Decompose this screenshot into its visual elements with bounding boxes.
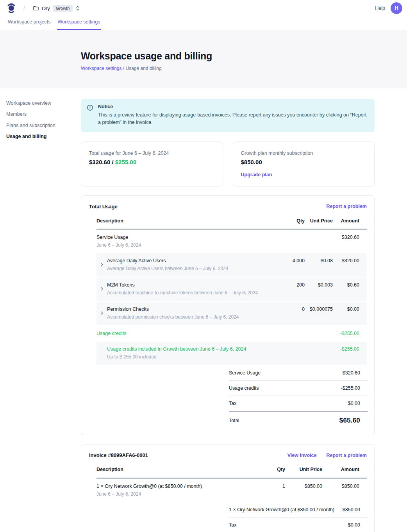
row-title: M2M Tokens — [107, 282, 258, 288]
notice-banner: Notice This is a preview feature for dis… — [81, 99, 375, 132]
summary-value: -$255.00 — [341, 385, 360, 391]
page-title: Workspace usage and billing — [81, 50, 407, 62]
summary-label: Service Usage — [229, 370, 261, 376]
total-label: Total — [229, 418, 239, 423]
row-description: Usage credits included in Growth between… — [96, 346, 277, 360]
invoice-title: Invoice #8099AFA6-0001 — [89, 452, 148, 458]
hero-section: Workspace usage and billing Workspace se… — [0, 30, 407, 88]
summary-value: $850.00 — [343, 507, 360, 512]
table-row[interactable]: Permission ChecksAccumulated permission … — [96, 302, 367, 326]
summary-value: $0.00 — [348, 522, 360, 528]
top-bar: / Ory Growth Help H — [0, 0, 407, 16]
summary-row: Usage credits-$255.00 — [229, 381, 368, 396]
usage-credit-amount: $255.00 — [115, 159, 136, 165]
table-row: 1 × Ory Network Growth@0 (at $850.00 / m… — [96, 478, 367, 502]
row-subtitle: Accumulated machine-to-machine tokens be… — [107, 290, 258, 296]
row-title: 1 × Ory Network Growth@0 (at $850.00 / m… — [96, 483, 202, 489]
total-usage-value: $320.60 / $255.00 — [89, 159, 215, 165]
table-row: Usage credits included in Growth between… — [96, 342, 367, 366]
row-description: 1 × Ory Network Growth@0 (at $850.00 / m… — [96, 483, 250, 498]
row-amount: -$255.00 — [333, 330, 359, 337]
summary-row: Tax$0.00 — [229, 396, 368, 411]
column-header-qty: Qty — [250, 466, 285, 473]
row-amount: $320.60 — [333, 234, 359, 240]
notice-title: Notice — [98, 104, 368, 109]
invoice-report-problem-link[interactable]: Report a problem — [327, 453, 367, 458]
unfold-icon — [75, 5, 80, 11]
sidebar: Workspace overviewMembersPlans and subsc… — [0, 88, 81, 532]
info-icon — [87, 104, 93, 127]
usage-used-amount: $320.60 — [89, 159, 110, 165]
row-description: Usage credits — [96, 330, 277, 337]
usage-summary: Service Usage$320.60Usage credits-$255.0… — [229, 365, 368, 427]
breadcrumb-current: / Usage and billing — [122, 66, 162, 71]
help-link[interactable]: Help — [375, 5, 385, 11]
row-subtitle: June 6 – July 6, 2024 — [96, 491, 202, 498]
total-value: $65.60 — [339, 417, 360, 425]
row-unit-price: $0.003 — [305, 282, 333, 288]
column-header-unit-price: Unit Price — [285, 466, 322, 473]
row-text: Usage credits — [96, 330, 126, 337]
invoice-table: DescriptionQtyUnit PriceAmount1 × Ory Ne… — [96, 465, 367, 502]
usage-report-problem-link[interactable]: Report a problem — [327, 204, 367, 209]
plan-label: Growth plan monthly subscription — [241, 150, 367, 156]
ory-logo-icon[interactable] — [7, 3, 16, 14]
sidebar-item-members[interactable]: Members — [6, 111, 81, 117]
row-amount: $320.00 — [333, 258, 359, 264]
chevron-right-icon[interactable] — [100, 263, 104, 267]
table-row: Service UsageJune 6 – July 6, 2024$320.6… — [96, 229, 367, 253]
row-description: M2M TokensAccumulated machine-to-machine… — [96, 282, 277, 296]
plan-badge: Growth — [53, 5, 73, 12]
usage-panel-title: Total Usage — [89, 204, 118, 210]
row-title: Usage credits — [96, 330, 126, 337]
total-usage-label: Total usage for June 6 – July 6, 2024 — [89, 150, 215, 156]
row-title: Permission Checks — [107, 306, 239, 312]
column-header-amount: Amount — [322, 466, 359, 473]
summary-row: Service Usage$320.60 — [229, 365, 368, 381]
usage-separator: / — [110, 159, 115, 165]
workspace-switcher[interactable]: Ory Growth — [33, 5, 80, 12]
plan-card: Growth plan monthly subscription $850.00… — [233, 142, 375, 186]
chevron-right-icon[interactable] — [100, 287, 104, 291]
tab-workspace-projects[interactable]: Workspace projects — [7, 19, 52, 30]
sidebar-item-usage-and-billing[interactable]: Usage and billing — [6, 134, 81, 139]
table-header-row: DescriptionQtyUnit PriceAmount — [96, 216, 367, 229]
summary-label: 1 × Ory Network Growth@0 (at $850.00 / m… — [229, 507, 334, 512]
view-invoice-link[interactable]: View invoice — [287, 453, 317, 458]
summary-value: $320.60 — [343, 370, 360, 376]
avatar[interactable]: H — [391, 2, 402, 14]
usage-table: DescriptionQtyUnit PriceAmountService Us… — [96, 216, 367, 366]
row-qty: 0 — [277, 306, 305, 312]
row-subtitle: June 6 – July 6, 2024 — [96, 242, 141, 249]
breadcrumb: Workspace settings / Usage and billing — [81, 66, 407, 71]
summary-value: $0.00 — [348, 401, 360, 406]
folder-icon — [33, 5, 39, 11]
notice-body: This is a preview feature for displaying… — [98, 111, 368, 127]
column-header-unit-price: Unit Price — [305, 218, 333, 224]
breadcrumb-separator: / — [23, 5, 25, 11]
row-description: Permission ChecksAccumulated permission … — [96, 306, 277, 321]
workspace-name: Ory — [42, 5, 50, 11]
breadcrumb-settings-link[interactable]: Workspace settings — [81, 66, 122, 71]
row-title: Usage credits included in Growth between… — [107, 346, 246, 352]
summary-label: Usage credits — [229, 385, 259, 391]
row-amount: -$255.00 — [333, 346, 359, 352]
chevron-right-icon[interactable] — [100, 311, 104, 315]
table-row[interactable]: Average Daily Active UsersAverage Daily … — [96, 253, 367, 278]
sidebar-item-workspace-overview[interactable]: Workspace overview — [6, 100, 81, 106]
upgrade-plan-link[interactable]: Upgrade plan — [241, 172, 272, 177]
tab-workspace-settings[interactable]: Workspace settings — [57, 19, 101, 30]
row-title: Service Usage — [96, 234, 141, 240]
table-header-row: DescriptionQtyUnit PriceAmount — [96, 465, 367, 478]
row-unit-price: $0.08 — [305, 258, 333, 264]
row-text: 1 × Ory Network Growth@0 (at $850.00 / m… — [96, 483, 202, 498]
column-header-description: Description — [96, 218, 277, 224]
plan-price: $850.00 — [241, 159, 367, 165]
row-unit-price: $0.000075 — [305, 306, 333, 312]
sidebar-item-plans-and-subscription[interactable]: Plans and subscription — [6, 123, 81, 128]
row-qty: 200 — [277, 282, 305, 288]
column-header-qty: Qty — [277, 218, 305, 224]
summary-label: Tax — [229, 522, 236, 528]
row-text: M2M TokensAccumulated machine-to-machine… — [107, 282, 258, 296]
table-row[interactable]: M2M TokensAccumulated machine-to-machine… — [96, 278, 367, 302]
